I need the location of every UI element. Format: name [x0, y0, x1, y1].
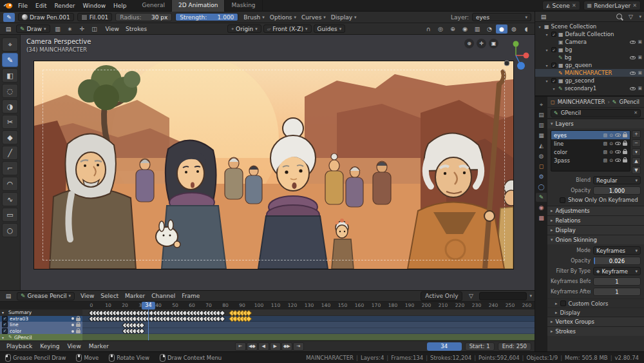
- unlink-datablock-icon[interactable]: ✕: [634, 110, 638, 115]
- outliner-row-default-collection[interactable]: ▾✓▦Default Collection: [535, 30, 644, 38]
- line-tool[interactable]: ╱: [2, 146, 18, 160]
- tab-material[interactable]: ◉: [536, 203, 547, 212]
- play-reverse-button[interactable]: ◀: [258, 342, 269, 351]
- tab-output[interactable]: ▥: [536, 121, 547, 130]
- popover-display[interactable]: Display▾: [329, 14, 359, 21]
- blender-logo-icon[interactable]: [3, 2, 13, 9]
- add-layer-button[interactable]: +: [632, 130, 641, 138]
- outliner-row-camera[interactable]: ▣Camera▣: [535, 38, 644, 46]
- playback-menu-playback[interactable]: Playback: [3, 343, 35, 349]
- keyframe-row-extra03[interactable]: [82, 316, 535, 322]
- tab-physics[interactable]: ◯: [536, 182, 547, 191]
- proportional-edit-icon[interactable]: ◎: [435, 25, 446, 34]
- hide-in-viewport-icon[interactable]: [630, 71, 636, 75]
- playback-menu-keying[interactable]: Keying: [37, 343, 62, 349]
- mask-icon[interactable]: ▨: [603, 158, 608, 163]
- eye-icon[interactable]: [615, 141, 621, 146]
- active-only-toggle[interactable]: Active Only: [421, 291, 462, 301]
- onion-skin-icon[interactable]: ⊙: [609, 141, 613, 146]
- lock-icon[interactable]: [623, 141, 627, 146]
- collection-checkbox[interactable]: ✓: [551, 47, 556, 52]
- dopesheet-menu-channel[interactable]: Channel: [148, 293, 178, 299]
- disable-in-renders-icon[interactable]: ▣: [638, 39, 642, 44]
- dopesheet-menu-frame[interactable]: Frame: [178, 293, 203, 299]
- menu-edit[interactable]: Edit: [32, 0, 50, 12]
- tab-object-data[interactable]: ✎: [536, 193, 547, 202]
- radius-slider[interactable]: Radius: 30 px: [115, 13, 172, 21]
- tab-scene[interactable]: ◭: [536, 141, 547, 150]
- keyframe-row-line[interactable]: [82, 322, 535, 328]
- origin-popover[interactable]: ⌖ Origin ▾: [227, 25, 261, 33]
- multiframe-icon[interactable]: ▥: [52, 25, 64, 34]
- layer-specials-button[interactable]: ▾: [632, 148, 641, 156]
- unlink-view-layer-icon[interactable]: ✕: [632, 3, 637, 8]
- menu-help[interactable]: Help: [109, 0, 131, 12]
- zoom-icon[interactable]: ⊕: [464, 39, 474, 48]
- lock-icon[interactable]: [623, 149, 627, 155]
- falloff-icon[interactable]: ◫: [89, 25, 100, 34]
- fill-tool[interactable]: ◧: [2, 68, 18, 83]
- workspace-tab-general[interactable]: General: [136, 0, 172, 12]
- box-tool[interactable]: ▭: [2, 208, 18, 222]
- lock-icon[interactable]: [76, 328, 80, 334]
- blend-mode-dropdown[interactable]: Regular ▾: [593, 176, 641, 184]
- disable-in-renders-icon[interactable]: ▣: [638, 55, 642, 60]
- popover-brush[interactable]: Brush▾: [242, 14, 267, 21]
- material-selector[interactable]: Fil.001: [77, 13, 113, 21]
- popover-options[interactable]: Options▾: [268, 14, 298, 21]
- dopesheet-search-input[interactable]: [479, 292, 527, 300]
- current-frame-badge[interactable]: 34: [142, 302, 155, 309]
- onion-skin-icon[interactable]: ⊙: [609, 150, 613, 155]
- datablock-selector[interactable]: ✎ GPencil ✕: [551, 109, 641, 117]
- shading-solid-icon[interactable]: ●: [496, 25, 507, 34]
- strength-slider[interactable]: Strength: 1.000: [175, 13, 238, 21]
- popover-curves[interactable]: Curves▾: [299, 14, 328, 21]
- tab-tool[interactable]: ⌖: [536, 100, 547, 109]
- shading-rendered-icon[interactable]: ◖: [520, 25, 532, 34]
- guides-popover[interactable]: Guides ▾: [314, 25, 346, 33]
- erase-tool[interactable]: ◌: [2, 84, 18, 98]
- subpanel-custom-colors[interactable]: ▸Custom Colors: [547, 299, 644, 308]
- placement-icon[interactable]: ∗: [64, 25, 76, 34]
- outliner-row-secondary1[interactable]: ▾✎secondary1▣: [535, 84, 644, 92]
- curve-tool[interactable]: ∿: [2, 192, 18, 206]
- tab-world[interactable]: ◍: [536, 152, 547, 161]
- show-only-on-keyframed-checkbox[interactable]: [560, 197, 565, 203]
- circle-tool[interactable]: ○: [2, 223, 18, 237]
- frame-end-field[interactable]: End: 250: [498, 342, 531, 351]
- jump-to-end-button[interactable]: ⇥: [293, 342, 304, 351]
- panel-vertex-groups[interactable]: ▸Vertex Groups: [547, 317, 644, 326]
- layer-row-3pass[interactable]: 3pass▨⊙: [551, 156, 630, 164]
- filter-by-type-dropdown[interactable]: ◆Keyframe▾: [593, 267, 641, 275]
- play-button[interactable]: ▶: [270, 342, 281, 351]
- panel-display[interactable]: ▸Display: [547, 225, 644, 235]
- scene-selector[interactable]: ◭ Scene ✕: [542, 1, 580, 10]
- channel-summary[interactable]: ▾Summary: [0, 309, 82, 316]
- keyframe[interactable]: [220, 311, 224, 315]
- cursor-tool[interactable]: ⌖: [2, 37, 18, 52]
- dopesheet-menu-select[interactable]: Select: [97, 293, 122, 299]
- draw-tool[interactable]: ✎: [2, 53, 18, 67]
- gizmo-icon[interactable]: ⊕: [447, 25, 459, 34]
- onion-skin-icon[interactable]: ⊙: [609, 158, 613, 163]
- onion-skin-icon[interactable]: ⊙: [609, 133, 613, 138]
- lock-icon[interactable]: [623, 157, 627, 163]
- brush-selector[interactable]: Draw Pen.001: [18, 13, 74, 21]
- disable-in-renders-icon[interactable]: ▣: [638, 86, 642, 91]
- playback-menu-marker[interactable]: Marker: [86, 343, 112, 349]
- active-tool-icon[interactable]: ✎: [3, 13, 15, 22]
- shading-material-icon[interactable]: ◍: [508, 25, 520, 34]
- keyframe-row-gpencil[interactable]: [82, 334, 535, 340]
- view-layer-selector[interactable]: ▦ RenderLayer ✕: [583, 1, 641, 10]
- channel-extra03[interactable]: ✓extra03: [0, 316, 82, 322]
- keyframe[interactable]: [247, 317, 251, 320]
- axis-lock-icon[interactable]: ✛: [77, 25, 88, 34]
- panel-relations[interactable]: ▸Relations: [547, 215, 644, 225]
- keyframe[interactable]: [140, 323, 144, 327]
- channel-line[interactable]: ✓line: [0, 322, 82, 328]
- panel-onion-skinning[interactable]: ▾ Onion Skinning: [547, 235, 644, 244]
- lock-icon[interactable]: [76, 316, 80, 322]
- viewport-menu-view[interactable]: View: [102, 26, 122, 32]
- menu-file[interactable]: File: [14, 0, 32, 12]
- tab-modifiers[interactable]: ⚙: [536, 172, 547, 181]
